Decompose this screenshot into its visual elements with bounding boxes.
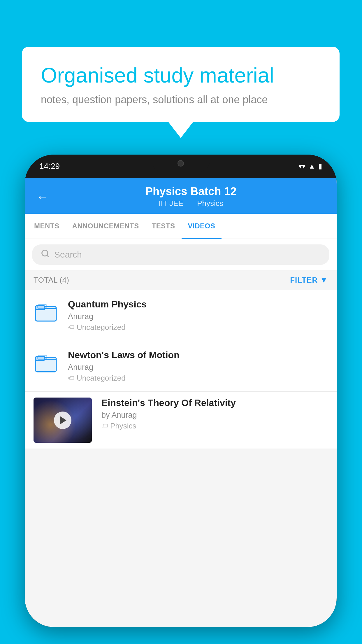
list-item[interactable]: Einstein's Theory Of Relativity by Anura… bbox=[25, 392, 337, 449]
total-label: TOTAL (4) bbox=[34, 276, 69, 285]
tab-tests[interactable]: TESTS bbox=[145, 214, 182, 239]
tag-label: Physics bbox=[110, 421, 136, 430]
video-item-info: Newton's Laws of Motion Anurag 🏷 Uncateg… bbox=[68, 350, 328, 383]
tab-videos[interactable]: VIDEOS bbox=[182, 214, 222, 239]
filter-label: FILTER bbox=[290, 276, 318, 285]
video-tag: 🏷 Uncategorized bbox=[68, 323, 328, 332]
video-item-info: Quantum Physics Anurag 🏷 Uncategorized bbox=[68, 299, 328, 332]
tag-label: Uncategorized bbox=[77, 323, 126, 332]
header-subtitle-iit: IIT JEE bbox=[159, 199, 183, 208]
tag-icon: 🏷 bbox=[68, 324, 74, 331]
signal-icon: ▲ bbox=[308, 162, 315, 170]
back-button[interactable]: ← bbox=[36, 190, 48, 203]
svg-line-1 bbox=[47, 255, 48, 257]
tab-announcements[interactable]: ANNOUNCEMENTS bbox=[66, 214, 145, 239]
search-bar-container: Search bbox=[25, 239, 337, 270]
wifi-icon: ▾▾ bbox=[298, 162, 305, 170]
header-subtitle-physics: Physics bbox=[197, 199, 223, 208]
video-author: Anurag bbox=[68, 363, 328, 372]
tab-ments[interactable]: MENTS bbox=[28, 214, 66, 239]
video-title: Einstein's Theory Of Relativity bbox=[101, 398, 328, 408]
phone-frame: 14:29 ▾▾ ▲ ▮ ← Physics Batch 12 IIT JEE … bbox=[25, 155, 337, 627]
tabs-bar: MENTS ANNOUNCEMENTS TESTS VIDEOS bbox=[25, 214, 337, 239]
app-header: ← Physics Batch 12 IIT JEE Physics bbox=[25, 178, 337, 214]
video-list: Quantum Physics Anurag 🏷 Uncategorized bbox=[25, 290, 337, 449]
status-bar: 14:29 ▾▾ ▲ ▮ bbox=[25, 155, 337, 178]
list-item[interactable]: Newton's Laws of Motion Anurag 🏷 Uncateg… bbox=[25, 341, 337, 392]
phone-notch bbox=[152, 155, 210, 172]
header-title-section: Physics Batch 12 IIT JEE Physics bbox=[57, 185, 325, 208]
header-main-title: Physics Batch 12 bbox=[57, 185, 325, 198]
search-placeholder: Search bbox=[54, 250, 82, 260]
play-button[interactable] bbox=[54, 412, 71, 429]
battery-icon: ▮ bbox=[318, 162, 322, 170]
search-icon bbox=[41, 249, 50, 260]
video-author: Anurag bbox=[68, 312, 328, 321]
filter-button[interactable]: FILTER ▼ bbox=[290, 276, 328, 285]
video-tag: 🏷 Physics bbox=[101, 421, 328, 430]
video-item-info: Einstein's Theory Of Relativity by Anura… bbox=[100, 398, 328, 430]
camera bbox=[178, 160, 184, 167]
filter-bar: TOTAL (4) FILTER ▼ bbox=[25, 270, 337, 290]
header-subtitle: IIT JEE Physics bbox=[57, 199, 325, 208]
bubble-title: Organised study material bbox=[41, 63, 321, 88]
status-time: 14:29 bbox=[39, 162, 60, 171]
svg-rect-3 bbox=[36, 306, 45, 310]
video-author: by Anurag bbox=[101, 411, 328, 420]
video-title: Newton's Laws of Motion bbox=[68, 350, 328, 360]
video-title: Quantum Physics bbox=[68, 299, 328, 310]
video-thumbnail bbox=[34, 398, 92, 443]
tag-icon: 🏷 bbox=[68, 374, 74, 382]
folder-icon bbox=[34, 351, 60, 377]
search-bar[interactable]: Search bbox=[32, 244, 329, 265]
folder-icon bbox=[34, 300, 60, 327]
speech-bubble: Organised study material notes, question… bbox=[22, 47, 340, 122]
phone-screen: ← Physics Batch 12 IIT JEE Physics MENTS… bbox=[25, 178, 337, 627]
filter-icon: ▼ bbox=[320, 276, 328, 285]
bubble-subtitle: notes, question papers, solutions all at… bbox=[41, 94, 321, 106]
video-tag: 🏷 Uncategorized bbox=[68, 374, 328, 383]
svg-rect-6 bbox=[36, 356, 45, 360]
list-item[interactable]: Quantum Physics Anurag 🏷 Uncategorized bbox=[25, 290, 337, 341]
status-icons: ▾▾ ▲ ▮ bbox=[298, 162, 322, 170]
play-icon bbox=[60, 416, 66, 424]
tag-label: Uncategorized bbox=[77, 374, 126, 383]
tag-icon: 🏷 bbox=[101, 422, 108, 430]
